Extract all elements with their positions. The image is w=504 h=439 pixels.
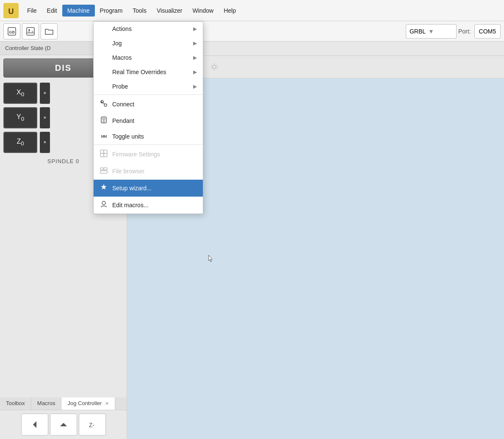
macros-label: Macros — [112, 54, 189, 61]
svg-rect-28 — [100, 150, 104, 153]
svg-rect-29 — [104, 150, 107, 153]
port-value: COM5 — [474, 24, 501, 39]
bottom-tabs: Toolbox Macros Jog Controller ✕ — [0, 397, 127, 410]
x-axis-side[interactable]: • — [40, 83, 50, 104]
macros-arrow-icon: ▶ — [193, 55, 197, 61]
menu-help[interactable]: Help — [219, 5, 241, 17]
svg-rect-31 — [104, 153, 107, 157]
z-axis-button[interactable]: Z0 — [3, 132, 37, 153]
svg-rect-30 — [100, 153, 104, 157]
y-axis-button[interactable]: Y0 — [3, 107, 37, 128]
jog-right-btn[interactable]: Z- — [79, 414, 106, 436]
svg-rect-27 — [102, 118, 105, 119]
port-label: Port: — [458, 28, 471, 35]
menubar: U File Edit Machine Program Tools Visual… — [0, 0, 504, 21]
port-section: Port: COM5 — [458, 24, 501, 39]
menu-jog[interactable]: Jog ▶ — [94, 36, 203, 50]
probe-arrow-icon: ▶ — [193, 83, 197, 89]
jog-label: Jog — [112, 40, 189, 47]
dis-label: DIS — [55, 63, 72, 72]
jog-controller-close-icon[interactable]: ✕ — [105, 401, 109, 406]
menu-connect[interactable]: Connect — [94, 96, 203, 112]
menu-macros[interactable]: Macros ▶ — [94, 50, 203, 65]
pendant-icon — [100, 116, 108, 125]
menu-actions[interactable]: Actions ▶ — [94, 22, 203, 36]
svg-point-35 — [102, 201, 105, 205]
svg-text:U: U — [8, 7, 14, 16]
jog-up-btn[interactable] — [50, 414, 77, 436]
menu-window[interactable]: Window — [187, 5, 219, 17]
toolbar-btn-folder[interactable] — [41, 23, 58, 39]
svg-rect-4 — [27, 28, 34, 35]
y-axis-side[interactable]: • — [40, 107, 50, 128]
z-axis-label: Z0 — [17, 138, 24, 147]
toggle-units-label: Toggle units — [112, 133, 197, 140]
toolbar-btn-img[interactable] — [22, 23, 39, 39]
toggle-units-icon: MM — [100, 134, 108, 139]
x-axis-button[interactable]: X0 — [3, 83, 37, 104]
menu-toggle-units[interactable]: MM Toggle units — [94, 129, 203, 144]
menu-setup-wizard[interactable]: Setup wizard... — [94, 180, 203, 197]
connect-icon — [100, 100, 108, 108]
svg-point-5 — [28, 29, 30, 31]
bottom-panel: Toolbox Macros Jog Controller ✕ — [0, 397, 127, 439]
edit-macros-icon — [100, 200, 108, 210]
connect-label: Connect — [112, 101, 197, 108]
controller-state-label: Controller State (D — [5, 45, 51, 51]
tab-toolbox[interactable]: Toolbox — [0, 397, 31, 410]
menu-probe[interactable]: Probe ▶ — [94, 79, 203, 94]
tab-jog-controller-label: Jog Controller — [67, 400, 102, 406]
svg-text:Z-: Z- — [89, 422, 95, 428]
y-axis-label: Y0 — [17, 113, 24, 122]
menu-edit[interactable]: Edit — [42, 5, 62, 17]
svg-line-23 — [103, 103, 105, 104]
menu-edit-macros[interactable]: Edit macros... — [94, 197, 203, 214]
setup-wizard-label: Setup wizard... — [112, 185, 197, 192]
app-logo: U — [3, 3, 19, 18]
menu-file-browser: File browser — [94, 163, 203, 180]
toolbar-btn-gb[interactable]: GB — [3, 23, 20, 39]
vis-tool-gear[interactable] — [207, 59, 222, 75]
tab-jog-controller[interactable]: Jog Controller ✕ — [61, 397, 115, 410]
firmware-icon — [100, 150, 108, 159]
menu-visualizer[interactable]: Visualizer — [152, 5, 187, 17]
menu-program[interactable]: Program — [95, 5, 128, 17]
grbl-value: GRBL — [410, 28, 426, 35]
svg-point-26 — [103, 120, 105, 122]
svg-rect-32 — [100, 168, 103, 170]
svg-rect-34 — [104, 168, 107, 170]
jog-area: Z- — [0, 410, 127, 439]
menu-tools[interactable]: Tools — [127, 5, 152, 17]
pendant-label: Pendant — [112, 117, 197, 124]
svg-marker-7 — [60, 423, 67, 426]
tab-macros-label: Macros — [37, 400, 55, 406]
edit-macros-label: Edit macros... — [112, 202, 197, 208]
menu-machine[interactable]: Machine — [62, 5, 95, 17]
divider-2 — [94, 144, 203, 145]
toolbar: GB GRBL ▼ Port: COM5 — [0, 21, 504, 42]
realtime-label: Real Time Overrides — [112, 69, 189, 75]
menu-firmware-settings: Firmware Settings — [94, 146, 203, 163]
spindle-label: SPINDLE 0 — [47, 158, 79, 164]
machine-dropdown-menu: Actions ▶ Jog ▶ Macros ▶ Real Time Overr… — [93, 21, 203, 214]
grbl-selector[interactable]: GRBL ▼ — [406, 24, 457, 39]
menu-file[interactable]: File — [22, 5, 42, 17]
x-axis-label: X0 — [17, 89, 24, 97]
svg-text:GB: GB — [9, 30, 15, 34]
tab-macros[interactable]: Macros — [31, 397, 62, 410]
file-browser-icon — [100, 167, 108, 176]
jog-left-btn[interactable] — [21, 414, 48, 436]
grbl-dropdown-icon: ▼ — [428, 28, 434, 35]
svg-rect-33 — [100, 171, 107, 173]
tab-toolbox-label: Toolbox — [6, 400, 25, 406]
realtime-arrow-icon: ▶ — [193, 69, 197, 75]
menu-pendant[interactable]: Pendant — [94, 112, 203, 129]
setup-wizard-icon — [100, 183, 108, 193]
z-axis-side[interactable]: • — [40, 132, 50, 153]
jog-arrow-icon: ▶ — [193, 40, 197, 46]
menu-realtime[interactable]: Real Time Overrides ▶ — [94, 65, 203, 79]
svg-marker-6 — [33, 421, 36, 428]
firmware-label: Firmware Settings — [112, 151, 197, 158]
main-layout: Controller State (D DIS X0 • Y0 • Z0 • — [0, 42, 504, 439]
divider-1 — [94, 94, 203, 95]
